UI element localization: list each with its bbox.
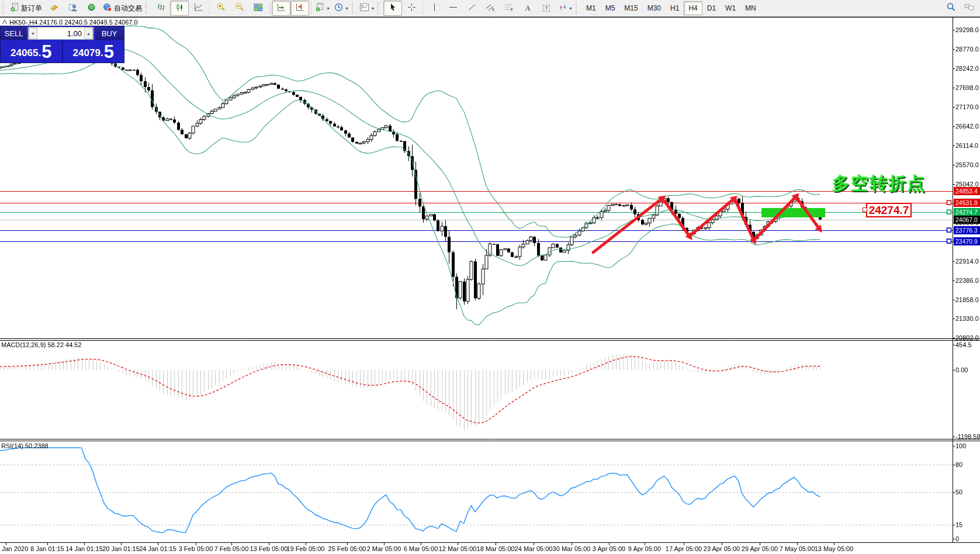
time-axis-label[interactable]: 25 Feb 05:00 bbox=[328, 545, 366, 552]
bar-chart-button[interactable] bbox=[151, 1, 170, 16]
time-axis-label[interactable]: 29 Apr 05:00 bbox=[742, 545, 778, 552]
timeframe-m15[interactable]: M15 bbox=[619, 1, 642, 15]
price-axis-label[interactable]: 26114.0 bbox=[955, 142, 978, 149]
text-label-icon: T bbox=[543, 5, 550, 12]
price-axis-label[interactable]: 27170.0 bbox=[955, 103, 979, 110]
time-axis-label[interactable]: 19 Feb 05:00 bbox=[287, 545, 325, 552]
toolbar-grip[interactable] bbox=[378, 2, 381, 14]
time-axis-label[interactable]: 6 Mar 05:00 bbox=[404, 545, 438, 552]
auto-scroll-button[interactable] bbox=[272, 1, 290, 16]
time-axis-label[interactable]: 13 May 05:00 bbox=[815, 545, 854, 552]
market-watch-button[interactable] bbox=[44, 1, 63, 16]
chart-canvas[interactable] bbox=[0, 0, 980, 554]
fibonacci-tool[interactable]: F bbox=[500, 1, 518, 16]
price-axis-label[interactable]: 21858.0 bbox=[955, 296, 979, 303]
crosshair-icon bbox=[407, 3, 416, 14]
time-axis-label[interactable]: 20 Jan 01:15 bbox=[102, 545, 140, 552]
tile-windows-button[interactable] bbox=[249, 1, 268, 16]
periods-button[interactable]: ▾ bbox=[332, 1, 351, 16]
trendline-tool[interactable] bbox=[462, 1, 481, 16]
timeframe-h1[interactable]: H1 bbox=[666, 1, 684, 15]
sell-button[interactable]: SELL bbox=[1, 26, 27, 40]
chat-button[interactable] bbox=[960, 1, 979, 16]
market-watch-icon bbox=[50, 3, 58, 14]
price-axis-label[interactable]: 29298.0 bbox=[955, 26, 979, 33]
time-axis-label[interactable]: 17 Apr 05:00 bbox=[666, 545, 702, 552]
volume-decrease-button[interactable]: ▼ bbox=[29, 27, 37, 39]
price-callout-label[interactable]: 24274.7 bbox=[866, 203, 912, 217]
price-axis-label[interactable]: 21330.0 bbox=[955, 315, 979, 322]
timeframe-m1[interactable]: M1 bbox=[581, 1, 601, 15]
zoom-in-button[interactable] bbox=[212, 1, 230, 16]
time-axis-label[interactable]: 8 Jan 01:15 bbox=[30, 545, 64, 552]
crosshair-tool-button[interactable] bbox=[402, 1, 421, 16]
price-axis-label[interactable]: 20802.0 bbox=[955, 334, 979, 341]
new-order-icon bbox=[11, 3, 19, 14]
toolbar-grip[interactable] bbox=[146, 2, 149, 14]
toolbar-grip[interactable] bbox=[352, 2, 355, 14]
timeframe-w1[interactable]: W1 bbox=[721, 1, 740, 15]
time-axis-label[interactable]: 3 Apr 05:00 bbox=[593, 545, 625, 552]
one-click-trading-panel: SELL ▼ ▲ BUY 24065.5 24079.5 bbox=[0, 26, 124, 63]
toolbar-grip[interactable] bbox=[576, 2, 579, 14]
timeframe-h4[interactable]: H4 bbox=[684, 1, 702, 15]
zoom-out-button[interactable] bbox=[230, 1, 249, 16]
volume-input[interactable] bbox=[37, 27, 84, 39]
toolbar-separator bbox=[423, 2, 423, 15]
equidistant-channel-tool[interactable]: E bbox=[481, 1, 500, 16]
time-axis-label[interactable]: Jan 2020 bbox=[2, 545, 28, 552]
chart-profile-button[interactable]: ▾ bbox=[358, 1, 376, 16]
vertical-line-tool[interactable] bbox=[425, 1, 444, 16]
time-axis-label[interactable]: 23 Apr 05:00 bbox=[704, 545, 740, 552]
candlestick-chart-button[interactable] bbox=[170, 1, 189, 16]
timeframe-mn[interactable]: MN bbox=[740, 1, 761, 15]
horizontal-line-tool[interactable] bbox=[444, 1, 462, 16]
time-axis-label[interactable]: 9 Apr 05:00 bbox=[628, 545, 661, 552]
clock-icon bbox=[334, 3, 343, 14]
time-axis-label[interactable]: 14 Jan 01:15 bbox=[65, 545, 103, 552]
time-axis-label[interactable]: 30 Mar 05:00 bbox=[553, 545, 591, 552]
time-axis-label[interactable]: 7 Feb 05:00 bbox=[214, 545, 249, 552]
price-axis-label[interactable]: 27698.0 bbox=[955, 84, 979, 91]
new-chart-button[interactable]: ▾ bbox=[313, 1, 332, 16]
volume-increase-button[interactable]: ▲ bbox=[84, 27, 93, 39]
price-axis-label[interactable]: 28770.0 bbox=[955, 46, 979, 53]
time-axis-label[interactable]: 3 Feb 05:00 bbox=[179, 545, 213, 552]
cursor-tool-button[interactable] bbox=[383, 1, 402, 16]
timeframe-m30[interactable]: M30 bbox=[643, 1, 666, 15]
timeframe-m5[interactable]: M5 bbox=[601, 1, 620, 15]
rsi-scale-label: 50 bbox=[955, 489, 962, 496]
search-button[interactable] bbox=[941, 1, 960, 16]
time-axis-label[interactable]: 24 Mar 05:00 bbox=[515, 545, 553, 552]
new-order-button[interactable]: 新订单 bbox=[8, 1, 44, 16]
buy-button[interactable]: BUY bbox=[94, 26, 124, 40]
arrows-tool[interactable]: ▾ bbox=[556, 1, 574, 16]
time-axis-label[interactable]: 12 Mar 05:00 bbox=[439, 545, 477, 552]
buy-price[interactable]: 24079.5 bbox=[63, 40, 124, 63]
fibonacci-icon: F bbox=[504, 3, 514, 14]
chart-shift-button[interactable] bbox=[290, 1, 309, 16]
sell-price[interactable]: 24065.5 bbox=[1, 40, 63, 63]
price-axis-label[interactable]: 22914.0 bbox=[955, 258, 979, 265]
time-axis-label[interactable]: 24 Jan 01:15 bbox=[139, 545, 176, 552]
bar-chart-icon bbox=[157, 3, 165, 14]
data-window-button[interactable] bbox=[63, 1, 82, 16]
data-window-icon bbox=[68, 3, 77, 14]
time-axis-label[interactable]: 2 Mar 05:00 bbox=[367, 545, 401, 552]
line-chart-button[interactable] bbox=[189, 1, 207, 16]
time-axis-label[interactable]: 13 Feb 05:00 bbox=[250, 545, 288, 552]
zoom-out-icon bbox=[235, 2, 244, 14]
toolbar-grip[interactable] bbox=[2, 2, 6, 14]
terminal-button[interactable] bbox=[82, 1, 101, 16]
autotrading-button[interactable]: 自动交易 bbox=[101, 1, 144, 16]
time-axis-label[interactable]: 7 May 05:00 bbox=[780, 545, 815, 552]
price-axis-label[interactable]: 28242.0 bbox=[955, 65, 979, 72]
price-axis-label[interactable]: 26642.0 bbox=[955, 123, 979, 130]
price-axis-label[interactable]: 22386.0 bbox=[955, 277, 979, 284]
text-label-tool[interactable]: T bbox=[537, 1, 556, 16]
time-axis-label[interactable]: 18 Mar 05:00 bbox=[477, 545, 515, 552]
price-axis-label[interactable]: 25570.0 bbox=[955, 161, 979, 168]
timeframe-d1[interactable]: D1 bbox=[702, 1, 721, 15]
text-tool[interactable]: A bbox=[518, 1, 537, 16]
price-callout-handle[interactable] bbox=[863, 207, 867, 212]
